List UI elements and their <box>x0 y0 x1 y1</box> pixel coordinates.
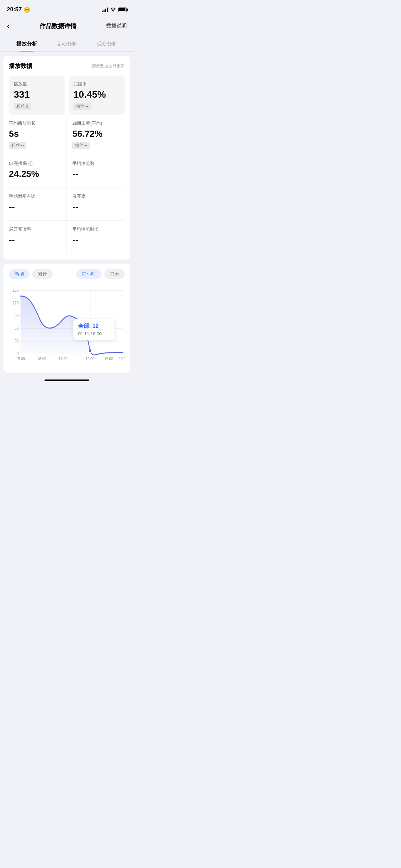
chart-section: 新增 累计 每小时 每天 150 120 90 60 30 0 <box>3 264 130 373</box>
home-indicator <box>0 377 134 383</box>
svg-text:17:00: 17:00 <box>59 357 68 361</box>
tab-audience-analysis[interactable]: 观众分析 <box>87 37 127 51</box>
avg-play-time-value: 5s <box>9 129 61 139</box>
signal-icon <box>102 7 108 12</box>
avg-browse-time-label: 平均浏览时长 <box>72 226 125 232</box>
stat-avg-play-time: 平均播放时长 5s 粉丝 -- <box>9 115 67 155</box>
chart-btn-cumulative[interactable]: 累计 <box>32 269 53 279</box>
stat-5s-completion: 5s完播率 i 24.25% <box>9 155 67 188</box>
5s-completion-value: 24.25% <box>9 169 61 179</box>
completion-rate-badge: 粉丝 -- <box>73 103 91 110</box>
stats-row-5: 展开完读率 -- 平均浏览时长 -- <box>9 221 125 253</box>
top-stats-cards: 播放量 331 粉丝 0 完播率 10.45% 粉丝 -- <box>9 76 125 115</box>
play-data-card: 播放数据 部分数据次日更新 播放量 331 粉丝 0 完播率 10.45% 粉丝… <box>3 56 130 260</box>
completion-rate-label: 完播率 <box>73 81 120 87</box>
svg-text:30: 30 <box>15 339 19 343</box>
svg-text:90: 90 <box>15 313 19 318</box>
section-title: 播放数据 <box>9 62 32 70</box>
svg-text:0: 0 <box>16 351 19 356</box>
tooltip-time: 01.11 18:00 <box>78 331 110 336</box>
tab-play-analysis[interactable]: 播放分析 <box>7 37 47 51</box>
expand-read-rate-value: -- <box>9 234 61 245</box>
play-count-value: 331 <box>14 89 60 100</box>
avg-views-label: 平均浏览数 <box>72 160 125 167</box>
svg-text:18:00: 18:00 <box>86 357 95 361</box>
status-emoji: 😊 <box>24 7 31 13</box>
section-header: 播放数据 部分数据次日更新 <box>9 62 125 70</box>
back-button[interactable]: ‹ <box>7 21 10 31</box>
data-info-button[interactable]: 数据说明 <box>106 23 127 29</box>
avg-browse-time-value: -- <box>72 234 125 245</box>
chart-tooltip: 全部: 12 01.11 18:00 <box>73 319 114 340</box>
battery-icon <box>118 8 127 12</box>
svg-text:60: 60 <box>15 326 19 330</box>
svg-point-14 <box>88 349 92 353</box>
bounce-rate-label: 2s跳出率(平均) <box>72 120 125 126</box>
info-icon[interactable]: i <box>28 161 33 166</box>
home-bar <box>45 379 89 381</box>
status-icons <box>102 7 127 12</box>
stat-manual-swipe: 手动滑图占比 -- <box>9 188 67 220</box>
bounce-rate-badge: 粉丝 -- <box>72 142 90 149</box>
stat-bounce-rate: 2s跳出率(平均) 56.72% 粉丝 -- <box>67 115 125 155</box>
expand-read-rate-label: 展开完读率 <box>9 226 61 232</box>
manual-swipe-value: -- <box>9 202 61 212</box>
wifi-icon <box>110 7 116 12</box>
stat-card-play-count: 播放量 331 粉丝 0 <box>9 76 65 115</box>
svg-text:120: 120 <box>13 301 19 305</box>
status-time: 20:57 <box>7 6 22 13</box>
chart-wrapper: 150 120 90 60 30 0 <box>9 285 125 367</box>
play-count-label: 播放量 <box>14 81 60 87</box>
stats-row-3: 5s完播率 i 24.25% 平均浏览数 -- <box>9 155 125 188</box>
5s-completion-label: 5s完播率 i <box>9 160 61 167</box>
page-title: 作品数据详情 <box>39 22 76 30</box>
svg-text:19:00: 19:00 <box>119 357 125 361</box>
completion-rate-value: 10.45% <box>73 89 120 100</box>
tooltip-value: 全部: 12 <box>78 323 110 330</box>
tab-interact-analysis[interactable]: 互动分析 <box>47 37 87 51</box>
svg-text:150: 150 <box>13 288 19 292</box>
tabs-container: 播放分析 互动分析 观众分析 <box>0 37 134 52</box>
svg-point-0 <box>113 11 113 12</box>
chart-controls: 新增 累计 每小时 每天 <box>9 269 125 279</box>
chart-time-group: 每小时 每天 <box>76 269 125 279</box>
expand-rate-label: 展开率 <box>72 193 125 200</box>
svg-text:19:00: 19:00 <box>104 357 113 361</box>
svg-text:15:00: 15:00 <box>16 357 25 361</box>
stats-row-4: 手动滑图占比 -- 展开率 -- <box>9 188 125 221</box>
manual-swipe-label: 手动滑图占比 <box>9 193 61 200</box>
chart-btn-hourly[interactable]: 每小时 <box>76 269 101 279</box>
chart-btn-daily[interactable]: 每天 <box>104 269 125 279</box>
chart-type-group: 新增 累计 <box>9 269 53 279</box>
svg-text:16:00: 16:00 <box>37 357 46 361</box>
stat-card-completion-rate: 完播率 10.45% 粉丝 -- <box>69 76 125 115</box>
nav-bar: ‹ 作品数据详情 数据说明 <box>0 17 134 37</box>
stat-avg-browse-time: 平均浏览时长 -- <box>67 221 125 253</box>
status-bar: 20:57 😊 <box>0 0 134 17</box>
avg-play-time-label: 平均播放时长 <box>9 120 61 126</box>
section-note: 部分数据次日更新 <box>92 63 125 69</box>
expand-rate-value: -- <box>72 202 125 212</box>
stat-avg-views: 平均浏览数 -- <box>67 155 125 188</box>
avg-play-time-badge: 粉丝 -- <box>9 142 26 149</box>
chart-btn-new[interactable]: 新增 <box>9 269 29 279</box>
play-count-badge: 粉丝 0 <box>14 103 31 110</box>
stat-expand-read-rate: 展开完读率 -- <box>9 221 67 253</box>
stat-expand-rate: 展开率 -- <box>67 188 125 220</box>
stats-row-2: 平均播放时长 5s 粉丝 -- 2s跳出率(平均) 56.72% 粉丝 -- <box>9 115 125 155</box>
avg-views-value: -- <box>72 169 125 179</box>
bounce-rate-value: 56.72% <box>72 129 125 139</box>
